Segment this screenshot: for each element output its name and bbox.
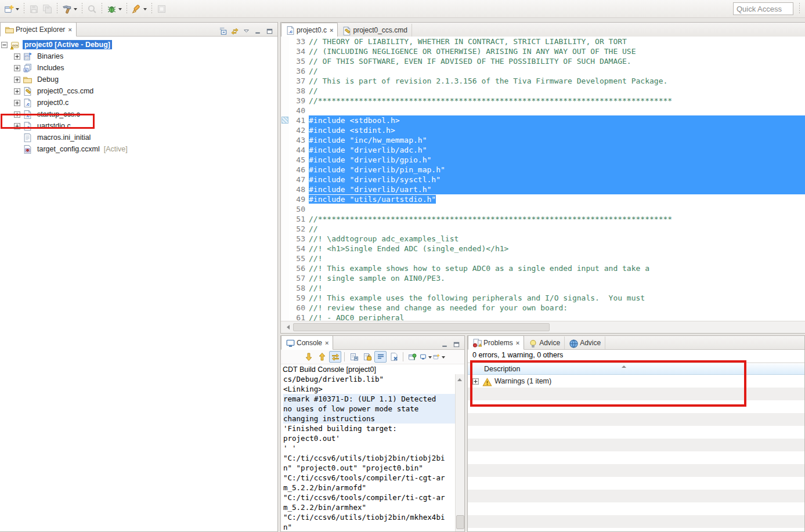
tree-item-debug[interactable]: Debug — [1, 74, 277, 85]
line-number: 40 — [289, 106, 309, 115]
close-icon[interactable]: × — [330, 27, 333, 34]
tree-item-includes[interactable]: hIncludes — [1, 62, 277, 74]
expand-icon[interactable] — [14, 111, 20, 118]
console-line: no uses of low power mode state — [283, 404, 456, 414]
editor-tab-project0-ccs-cmd[interactable]: project0_ccs.cmd — [338, 24, 411, 37]
flash-button[interactable] — [130, 2, 149, 16]
collapse-all-button[interactable] — [217, 26, 229, 36]
scroll-up-icon[interactable] — [457, 376, 462, 381]
tree-item-label: Binaries — [35, 52, 65, 61]
clear-console-button[interactable] — [388, 351, 400, 363]
line-number: 51 — [289, 214, 309, 224]
tree-item-target-config-ccxml[interactable]: target_config.ccxml[Active] — [1, 143, 277, 155]
show-console-stderr-button[interactable] — [361, 351, 373, 363]
toolbar-separator — [150, 3, 153, 15]
tab-problems-problems[interactable]: Problems× — [468, 335, 524, 350]
console-tabbar: Console × — [281, 336, 464, 350]
tree-item-uartstdio-c[interactable]: .cuartstdio.c — [1, 120, 277, 132]
table-row-empty — [468, 451, 804, 464]
maximize-button[interactable] — [450, 339, 462, 349]
c-file-icon: .c — [286, 26, 294, 34]
expand-icon[interactable] — [14, 123, 20, 129]
dropdown-arrow-icon[interactable] — [442, 356, 445, 360]
quick-access-input[interactable] — [733, 2, 793, 15]
debug-button[interactable] — [105, 2, 124, 16]
dropdown-arrow-icon[interactable] — [428, 356, 432, 360]
follow-output-button[interactable] — [329, 351, 341, 363]
expand-icon[interactable] — [14, 88, 20, 95]
table-row-empty — [468, 477, 804, 490]
word-wrap-button[interactable] — [374, 351, 387, 363]
line-number: 38 — [289, 86, 309, 96]
tree-item-label: Includes — [35, 63, 66, 73]
scrollbar-thumb[interactable] — [456, 515, 464, 529]
c-file-icon: .c — [23, 121, 33, 131]
expand-icon[interactable] — [14, 100, 20, 106]
close-icon[interactable]: × — [516, 339, 519, 346]
tab-advice-bulb[interactable]: Advice — [524, 336, 565, 349]
annotation-ruler — [281, 254, 289, 263]
code-line: 59//! This example uses the following pe… — [281, 293, 805, 303]
tab-project-explorer[interactable]: Project Explorer × — [0, 22, 77, 37]
minimize-button[interactable] — [439, 339, 450, 349]
tab-console[interactable]: Console × — [281, 335, 333, 350]
console-line: ' ' — [283, 443, 456, 453]
console-line: "C:/ti/ccsv6/tools/compiler/ti-cgt-ar — [283, 493, 456, 502]
collapse-icon[interactable] — [1, 42, 8, 48]
code-line: 39//************************************… — [281, 96, 805, 106]
display-console-button[interactable] — [420, 351, 432, 363]
selection-marker-icon — [281, 117, 288, 124]
close-icon[interactable]: × — [68, 26, 71, 33]
tab-advice-globe[interactable]: Advice — [565, 336, 605, 349]
show-console-stdout-button[interactable] — [348, 351, 360, 363]
scrollbar-thumb[interactable] — [293, 323, 550, 331]
tab-label: project0.c — [297, 26, 327, 34]
open-console-button[interactable] — [433, 351, 445, 363]
dropdown-arrow-icon[interactable] — [74, 8, 77, 12]
expand-icon[interactable] — [14, 77, 20, 83]
description-column-header[interactable]: Description — [468, 363, 804, 375]
pin-console-button[interactable] — [406, 351, 418, 363]
tree-item-startup-ccs-c[interactable]: .cstartup_ccs.c — [1, 108, 277, 120]
tree-item-macros-ini-initial[interactable]: macros.ini_initial — [1, 132, 277, 143]
tree-item-project0-active-debug[interactable]: ccsproject0 [Active - Debug] — [1, 39, 277, 50]
dropdown-arrow-icon[interactable] — [143, 8, 147, 12]
code-text: // THEORY OF LIABILITY, WHETHER IN CONTR… — [309, 37, 805, 46]
link-with-editor-button[interactable] — [229, 26, 240, 36]
svg-text:.c: .c — [26, 124, 30, 129]
problems-row-warnings-1-item[interactable]: Warnings (1 item) — [468, 375, 804, 388]
console-vertical-scrollbar[interactable] — [455, 374, 464, 531]
close-icon[interactable]: × — [325, 339, 329, 346]
problems-panel: Problems×AdviceAdvice 0 errors, 1 warnin… — [467, 335, 805, 532]
scroll-down-button[interactable] — [302, 351, 315, 363]
code-editor[interactable]: 33// THEORY OF LIABILITY, WHETHER IN CON… — [281, 37, 805, 321]
code-line: 33// THEORY OF LIABILITY, WHETHER IN CON… — [281, 37, 805, 46]
expand-icon[interactable] — [14, 53, 20, 60]
line-number: 50 — [289, 204, 309, 214]
tree-item-project0-c[interactable]: .cproject0.c — [1, 97, 277, 108]
editor-horizontal-scrollbar[interactable] — [281, 321, 805, 333]
line-number: 36 — [289, 66, 309, 76]
annotation-ruler — [281, 106, 289, 115]
new-wizard-button[interactable] — [2, 2, 21, 16]
dropdown-arrow-icon[interactable] — [16, 8, 19, 12]
scroll-up-button[interactable] — [316, 351, 328, 363]
table-row-empty — [468, 413, 804, 426]
maximize-button[interactable] — [263, 26, 275, 36]
dropdown-arrow-icon[interactable] — [118, 8, 122, 12]
annotation-ruler — [281, 303, 289, 313]
editor-tab-project0-c[interactable]: .cproject0.c× — [281, 23, 338, 37]
minimize-button[interactable] — [252, 26, 263, 36]
code-line: 37// This is part of revision 2.1.3.156 … — [281, 76, 805, 86]
expand-icon[interactable] — [14, 65, 20, 71]
console-output[interactable]: cs/Debug/driverlib.lib"<Linking>remark #… — [281, 374, 456, 531]
tree-item-project0-ccs-cmd[interactable]: project0_ccs.cmd — [1, 85, 277, 97]
code-line: 61//! - ADC0 peripheral — [281, 313, 805, 321]
expand-icon[interactable] — [472, 378, 479, 385]
build-button[interactable] — [60, 2, 79, 16]
console-line: "C:/ti/ccsv6/tools/compiler/ti-cgt-ar — [283, 473, 456, 483]
tree-item-binaries[interactable]: 101010Binaries — [1, 50, 277, 62]
view-menu-button[interactable] — [240, 26, 252, 36]
scroll-left-icon[interactable] — [284, 325, 290, 330]
table-row-empty — [468, 426, 804, 439]
